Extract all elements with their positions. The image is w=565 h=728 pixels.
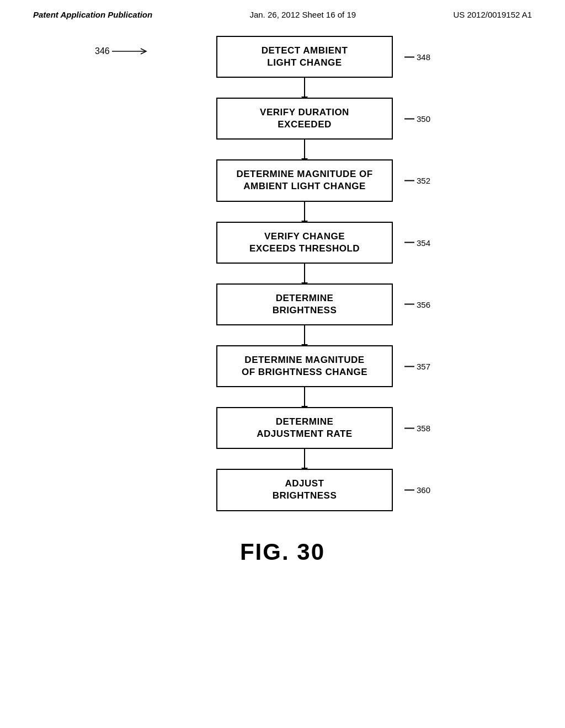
step-356-box: DETERMINEBRIGHTNESS (216, 283, 393, 325)
ref-352-label: 352 (417, 176, 430, 185)
header-date-sheet: Jan. 26, 2012 Sheet 16 of 19 (249, 10, 356, 19)
fig-label-container: FIG. 30 (89, 539, 476, 565)
ref-357-label: 357 (417, 362, 430, 371)
ref-348-label: 348 (417, 52, 430, 62)
step-358-wrapper: DETERMINEADJUSTMENT RATE 358 (216, 407, 393, 449)
step-354-wrapper: VERIFY CHANGEEXCEEDS THRESHOLD 354 (216, 222, 393, 264)
header-patent-num: US 2012/0019152 A1 (453, 10, 532, 19)
step-350-text: VERIFY DURATIONEXCEEDED (260, 107, 349, 130)
ref-360-line: 360 (404, 485, 430, 495)
ref-354-label: 354 (417, 238, 430, 247)
page-header: Patent Application Publication Jan. 26, … (0, 0, 565, 19)
ref-346-group: 346 (95, 46, 156, 57)
ref-358-label: 358 (417, 424, 430, 433)
ref-360-tick (404, 489, 414, 490)
ref-352-line: 352 (404, 176, 430, 185)
ref-358-tick (404, 427, 414, 429)
diagram-area: 346 DETECT AMBIENTLIGHT CHANGE 348 VERIF… (89, 19, 476, 565)
step-356-wrapper: DETERMINEBRIGHTNESS 356 (216, 283, 393, 325)
step-348-box: DETECT AMBIENTLIGHT CHANGE (216, 36, 393, 78)
ref-346-arrow (112, 46, 156, 57)
ref-350-line: 350 (404, 114, 430, 124)
step-356-text: DETERMINEBRIGHTNESS (273, 293, 337, 315)
step-350-box: VERIFY DURATIONEXCEEDED (216, 98, 393, 140)
ref-354-line: 354 (404, 238, 430, 247)
ref-356-line: 356 (404, 299, 430, 309)
arrow-6 (304, 387, 305, 407)
ref-357-tick (404, 366, 414, 367)
step-357-box: DETERMINE MAGNITUDEOF BRIGHTNESS CHANGE (216, 345, 393, 387)
arrow-3 (304, 202, 305, 222)
ref-356-tick (404, 304, 414, 305)
ref-348-tick (404, 56, 414, 57)
arrow-7 (304, 449, 305, 469)
step-348-wrapper: DETECT AMBIENTLIGHT CHANGE 348 (216, 36, 393, 78)
fig-label: FIG. 30 (240, 539, 325, 565)
step-354-text: VERIFY CHANGEEXCEEDS THRESHOLD (249, 231, 360, 254)
flowchart: DETECT AMBIENTLIGHT CHANGE 348 VERIFY DU… (134, 36, 476, 511)
arrow-5 (304, 325, 305, 345)
step-360-box: ADJUSTBRIGHTNESS (216, 469, 393, 511)
step-348-text: DETECT AMBIENTLIGHT CHANGE (262, 45, 348, 68)
ref-350-tick (404, 118, 414, 119)
ref-354-tick (404, 242, 414, 243)
ref-356-label: 356 (417, 299, 430, 309)
step-352-box: DETERMINE MAGNITUDE OFAMBIENT LIGHT CHAN… (216, 159, 393, 201)
ref-357-line: 357 (404, 362, 430, 371)
arrow-1 (304, 78, 305, 98)
arrow-2 (304, 140, 305, 159)
ref-360-label: 360 (417, 485, 430, 495)
step-360-text: ADJUSTBRIGHTNESS (273, 478, 337, 501)
step-357-wrapper: DETERMINE MAGNITUDEOF BRIGHTNESS CHANGE … (216, 345, 393, 387)
ref-348-line: 348 (404, 52, 430, 62)
step-357-text: DETERMINE MAGNITUDEOF BRIGHTNESS CHANGE (242, 355, 367, 377)
step-358-text: DETERMINEADJUSTMENT RATE (257, 416, 352, 439)
step-354-box: VERIFY CHANGEEXCEEDS THRESHOLD (216, 222, 393, 264)
step-352-text: DETERMINE MAGNITUDE OFAMBIENT LIGHT CHAN… (236, 169, 372, 191)
ref-352-tick (404, 180, 414, 181)
step-360-wrapper: ADJUSTBRIGHTNESS 360 (216, 469, 393, 511)
header-publication: Patent Application Publication (33, 10, 152, 19)
step-352-wrapper: DETERMINE MAGNITUDE OFAMBIENT LIGHT CHAN… (216, 159, 393, 201)
step-350-wrapper: VERIFY DURATIONEXCEEDED 350 (216, 98, 393, 140)
ref-346-label: 346 (95, 46, 110, 56)
ref-350-label: 350 (417, 114, 430, 124)
step-358-box: DETERMINEADJUSTMENT RATE (216, 407, 393, 449)
ref-358-line: 358 (404, 424, 430, 433)
arrow-4 (304, 264, 305, 283)
